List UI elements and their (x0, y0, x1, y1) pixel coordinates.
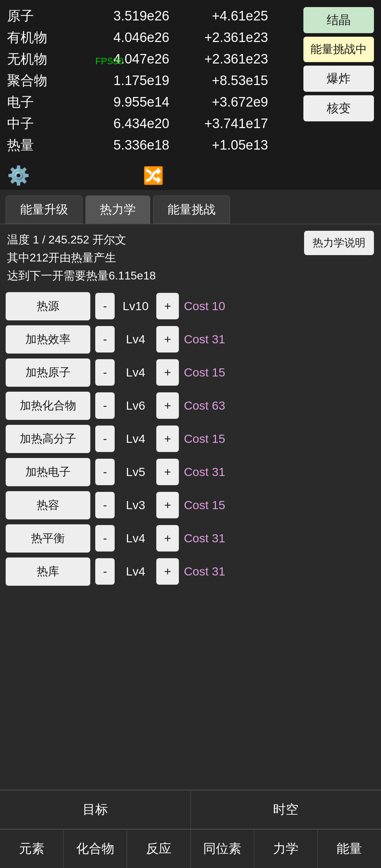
thermo-line2: 其中212开由热量产生 (7, 249, 156, 267)
upgrade-cost: Cost 63 (184, 399, 225, 412)
upgrade-minus-button[interactable]: - (95, 459, 115, 485)
upgrade-level: Lv5 (120, 465, 151, 479)
upgrade-plus-button[interactable]: + (156, 459, 179, 485)
upgrade-cost: Cost 31 (184, 565, 225, 578)
tab-2[interactable]: 能量挑战 (153, 195, 230, 224)
upgrade-row-3: 加热化合物 - Lv6 + Cost 63 (6, 392, 375, 420)
stats-label: 电子 (7, 93, 56, 111)
bottom-nav-row2: 元素化合物反应同位素力学能量 (0, 829, 381, 868)
stats-panel: 结晶 能量挑战中 爆炸 核变 原子 3.519e26 +4.61e25 有机物 … (0, 0, 381, 161)
fps-badge: FPS30 (95, 56, 123, 67)
thermo-info: 温度 1 / 245.252 开尔文 其中212开由热量产生 达到下一开需要热量… (0, 224, 381, 289)
stats-label: 原子 (7, 7, 56, 25)
upgrade-plus-button[interactable]: + (156, 558, 179, 585)
upgrade-name-button[interactable]: 热容 (6, 491, 90, 519)
stats-delta: +2.361e23 (169, 52, 268, 67)
upgrade-name-button[interactable]: 热库 (6, 557, 90, 586)
upgrade-name-button[interactable]: 热源 (6, 292, 90, 320)
bottom-nav-item-力学[interactable]: 力学 (254, 830, 318, 868)
upgrade-cost: Cost 15 (184, 498, 225, 512)
upgrade-level: Lv3 (120, 498, 151, 512)
upgrade-name-button[interactable]: 加热化合物 (6, 392, 90, 420)
crystal-button[interactable]: 结晶 (303, 7, 374, 33)
thermo-line1: 温度 1 / 245.252 开尔文 (7, 231, 156, 249)
explode-button[interactable]: 爆炸 (303, 66, 374, 92)
stats-label: 聚合物 (7, 72, 56, 90)
upgrade-level: Lv4 (120, 565, 151, 578)
bottom-nav-item-时空[interactable]: 时空 (191, 790, 381, 829)
top-right-buttons: 结晶 能量挑战中 爆炸 核变 (303, 7, 374, 121)
tab-0[interactable]: 能量升级 (6, 195, 83, 224)
upgrade-plus-button[interactable]: + (156, 293, 179, 319)
bottom-nav-item-同位素[interactable]: 同位素 (191, 830, 254, 868)
bottom-nav-item-元素[interactable]: 元素 (0, 830, 64, 868)
upgrade-cost: Cost 10 (184, 299, 225, 313)
bottom-nav-item-反应[interactable]: 反应 (127, 830, 190, 868)
gear-icon[interactable]: ⚙️ (7, 165, 30, 186)
tab-1[interactable]: 热力学 (85, 195, 150, 224)
energy-challenge-button[interactable]: 能量挑战中 (303, 37, 374, 62)
upgrade-minus-button[interactable]: - (95, 293, 115, 319)
thermo-explain-button[interactable]: 热力学说明 (304, 231, 374, 255)
upgrade-level: Lv4 (120, 432, 151, 446)
upgrade-minus-button[interactable]: - (95, 359, 115, 386)
upgrade-name-button[interactable]: 加热高分子 (6, 425, 90, 453)
stats-value: 1.175e19 (56, 73, 169, 88)
upgrades-list: 热源 - Lv10 + Cost 10 加热效率 - Lv4 + Cost 31… (0, 289, 381, 689)
upgrade-level: Lv10 (120, 299, 151, 313)
upgrade-minus-button[interactable]: - (95, 525, 115, 551)
stats-delta: +1.05e13 (169, 138, 268, 153)
stats-value: 9.955e14 (56, 95, 169, 110)
nuclear-button[interactable]: 核变 (303, 95, 374, 121)
icons-row: ⚙️ 🔀 (0, 161, 381, 190)
upgrade-cost: Cost 31 (184, 332, 225, 346)
bottom-nav-item-能量[interactable]: 能量 (318, 830, 381, 868)
upgrade-level: Lv4 (120, 366, 151, 379)
upgrade-minus-button[interactable]: - (95, 326, 115, 352)
stats-label: 热量 (7, 136, 56, 154)
upgrade-minus-button[interactable]: - (95, 558, 115, 585)
stats-value: 3.519e26 (56, 8, 169, 24)
bottom-nav-item-化合物[interactable]: 化合物 (64, 830, 127, 868)
stats-label: 中子 (7, 115, 56, 133)
upgrade-plus-button[interactable]: + (156, 359, 179, 386)
upgrade-name-button[interactable]: 加热电子 (6, 458, 90, 486)
upgrade-cost: Cost 15 (184, 432, 225, 446)
stats-row: 热量 5.336e18 +1.05e13 (7, 136, 374, 154)
upgrade-plus-button[interactable]: + (156, 392, 179, 419)
bottom-nav-item-目标[interactable]: 目标 (0, 790, 191, 829)
upgrade-row-0: 热源 - Lv10 + Cost 10 (6, 292, 375, 320)
stats-delta: +8.53e15 (169, 73, 268, 88)
upgrade-row-5: 加热电子 - Lv5 + Cost 31 (6, 458, 375, 486)
upgrade-cost: Cost 31 (184, 465, 225, 479)
stats-label: 无机物 (7, 50, 56, 68)
upgrade-plus-button[interactable]: + (156, 426, 179, 452)
thermo-line3: 达到下一开需要热量6.115e18 (7, 267, 156, 285)
upgrade-minus-button[interactable]: - (95, 392, 115, 419)
stats-value: 6.434e20 (56, 116, 169, 131)
upgrade-level: Lv6 (120, 399, 151, 412)
upgrade-row-8: 热库 - Lv4 + Cost 31 (6, 557, 375, 586)
upgrade-minus-button[interactable]: - (95, 492, 115, 518)
upgrade-row-7: 热平衡 - Lv4 + Cost 31 (6, 524, 375, 553)
stats-label: 有机物 (7, 29, 56, 47)
stats-delta: +4.61e25 (169, 8, 268, 24)
upgrade-plus-button[interactable]: + (156, 525, 179, 551)
upgrade-minus-button[interactable]: - (95, 426, 115, 452)
upgrade-plus-button[interactable]: + (156, 326, 179, 352)
bottom-nav-row1: 目标时空 (0, 790, 381, 829)
stats-delta: +3.672e9 (169, 95, 268, 110)
upgrade-plus-button[interactable]: + (156, 492, 179, 518)
upgrade-name-button[interactable]: 加热效率 (6, 325, 90, 354)
shuffle-icon[interactable]: 🔀 (143, 166, 164, 186)
upgrade-cost: Cost 15 (184, 366, 225, 379)
bottom-nav: 目标时空 元素化合物反应同位素力学能量 (0, 790, 381, 868)
thermo-text: 温度 1 / 245.252 开尔文 其中212开由热量产生 达到下一开需要热量… (7, 231, 156, 285)
upgrade-row-1: 加热效率 - Lv4 + Cost 31 (6, 325, 375, 354)
stats-value: 5.336e18 (56, 138, 169, 153)
upgrade-name-button[interactable]: 热平衡 (6, 524, 90, 553)
stats-delta: +2.361e23 (169, 30, 268, 45)
upgrade-name-button[interactable]: 加热原子 (6, 358, 90, 387)
stats-delta: +3.741e17 (169, 116, 268, 131)
upgrade-level: Lv4 (120, 332, 151, 346)
